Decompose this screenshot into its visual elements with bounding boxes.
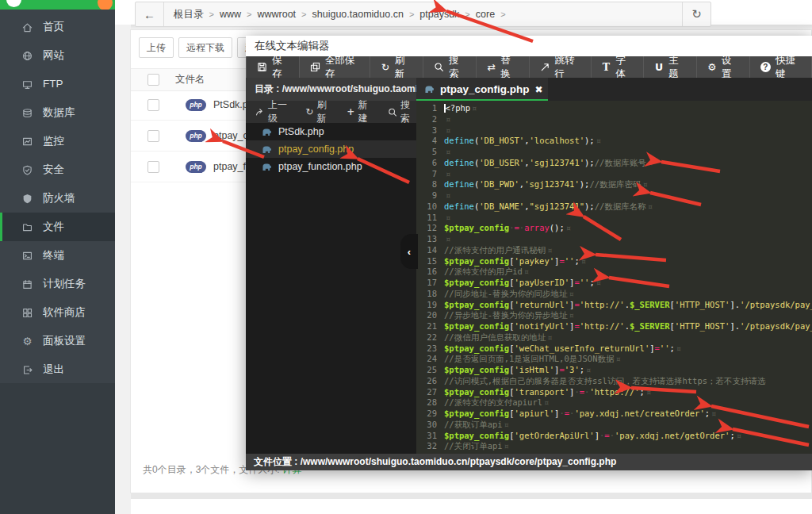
php-file-icon: php [186, 161, 206, 173]
code-line: 14//派特支付的用户通讯秘钥¤ [416, 245, 812, 256]
toolbar-label: 替换 [500, 54, 518, 81]
goto-line-button[interactable]: 跳转行 [530, 56, 592, 78]
code-line: 13¤ [416, 234, 812, 245]
sidebar-item-label: FTP [43, 70, 63, 98]
breadcrumb-separator: > [409, 10, 414, 19]
refresh-button[interactable]: ↻刷新 [370, 56, 423, 78]
terminal-icon [21, 250, 33, 262]
tree-tool-label: 新建 [358, 98, 375, 125]
code-line: 8define('DB_PWD','sgj123741');//数据库密码¤ [416, 179, 812, 190]
breadcrumb-item[interactable]: ptpaysdk [419, 9, 459, 20]
panel-logo-bar [0, 0, 115, 10]
tree-tool-label: 上一级 [268, 98, 293, 125]
sidebar-item-panel-settings[interactable]: ⚙面板设置 [0, 327, 115, 355]
line-number: 4 [416, 136, 444, 147]
settings-icon: ⚙ [707, 62, 717, 72]
font-button[interactable]: T字体 [592, 56, 645, 78]
sidebar-item-security[interactable]: 安全 [0, 155, 115, 184]
remote-download-button[interactable]: 远程下载 [178, 37, 232, 58]
shield-check-icon [21, 164, 33, 176]
sidebar-item-cron[interactable]: 计划任务 [0, 270, 115, 298]
tree-search-button[interactable]: 搜索 [388, 98, 416, 125]
toolbar-label: 保存 [272, 54, 289, 81]
sidebar-item-files[interactable]: 文件 [0, 213, 115, 241]
line-number: 22 [416, 332, 444, 343]
breadcrumb-item[interactable]: 根目录 [174, 8, 204, 21]
sidebar-item-firewall[interactable]: 防火墙 [0, 184, 115, 213]
line-number: 19 [416, 300, 444, 311]
code-editor[interactable]: 1<?php¤2¤3¤4define('DB_HOST','localhost'… [416, 101, 812, 454]
upload-button[interactable]: 上传 [139, 37, 174, 58]
php-file-icon [424, 85, 435, 94]
sidebar-item-appstore[interactable]: 软件商店 [0, 298, 115, 327]
sidebar-item-site[interactable]: 网站 [0, 41, 115, 70]
toolbar-label: 搜索 [449, 54, 465, 81]
code-line: 22//微信用户信息获取的地址¤ [416, 332, 812, 343]
line-number: 10 [416, 201, 444, 213]
code-line: 4define('DB_HOST','localhost');¤ [416, 136, 812, 147]
button-label: 上传 [147, 41, 166, 55]
tree-item-ptpay_config-php[interactable]: ptpay_config.php [246, 140, 416, 158]
tree-up-level-button[interactable]: 上一级 [255, 98, 293, 125]
select-all-checkbox[interactable] [147, 74, 159, 86]
editor-toolbar: 保存全部保存↻刷新搜索⇄替换跳转行T字体U主题⚙设置?快捷键 [246, 56, 812, 78]
tab-ptpay-config[interactable]: ptpay_config.php ✖ [416, 78, 548, 101]
breadcrumb-item[interactable]: wwwroot [257, 9, 296, 20]
toolbar-label: 快捷键 [776, 54, 801, 81]
breadcrumb-item[interactable]: shuiguo.taomiduo.cn [312, 9, 404, 20]
theme-button[interactable]: U主题 [644, 56, 697, 78]
sidebar-item-label: 网站 [43, 41, 64, 70]
sidebar-item-monitor[interactable]: 监控 [0, 127, 115, 155]
line-number: 29 [416, 409, 444, 420]
button-label: 远程下载 [186, 41, 224, 55]
sidebar: 首页网站FTP数据库监控安全防火墙文件终端计划任务软件商店⚙面板设置退出 [0, 0, 115, 514]
code-line: 9¤ [416, 190, 812, 201]
save-button[interactable]: 保存 [246, 56, 300, 78]
save-all-button[interactable]: 全部保存 [300, 56, 370, 78]
sidebar-item-label: 终端 [43, 241, 64, 270]
tab-close-icon[interactable]: ✖ [535, 84, 543, 95]
line-number: 18 [416, 289, 444, 300]
shield-icon [21, 193, 33, 205]
php-file-icon [262, 163, 272, 171]
file-tree-toolbar: 上一级↻刷新+新建搜索 [246, 101, 416, 123]
tree-item-PtSdk-php[interactable]: PtSdk.php [246, 123, 416, 140]
sidebar-bottom-area [0, 383, 115, 514]
code-line: 30//获取订单api¤ [416, 420, 812, 431]
sidebar-item-home[interactable]: 首页 [0, 13, 115, 41]
sidebar-item-logout[interactable]: 退出 [0, 355, 115, 384]
settings-button[interactable]: ⚙设置 [697, 56, 750, 78]
tree-refresh-button[interactable]: ↻刷新 [305, 98, 334, 125]
breadcrumb-item[interactable]: www [220, 9, 241, 20]
search-button[interactable]: 搜索 [423, 56, 477, 78]
row-checkbox[interactable] [147, 99, 159, 111]
breadcrumb-refresh-button[interactable]: ↻ [682, 2, 710, 26]
code-line: 27$ptpay_config['transport']·=·'https://… [416, 387, 812, 398]
sidebar-item-label: 防火墙 [43, 184, 75, 213]
line-number: 23 [416, 343, 444, 355]
back-button[interactable]: ← [136, 2, 164, 26]
tree-new-button[interactable]: +新建 [347, 98, 375, 125]
file-tree: PtSdk.phpptpay_config.phpptpay_function.… [246, 123, 416, 469]
sidebar-item-database[interactable]: 数据库 [0, 98, 115, 127]
replace-icon: ⇄ [487, 62, 496, 72]
folder-icon [21, 221, 33, 233]
row-checkbox[interactable] [147, 161, 159, 173]
tree-item-ptpay_function-php[interactable]: ptpay_function.php [246, 158, 416, 175]
breadcrumb-path: 根目录>www>wwwroot>shuiguo.taomiduo.cn>ptpa… [164, 2, 682, 26]
sidebar-item-terminal[interactable]: 终端 [0, 241, 115, 270]
row-checkbox[interactable] [147, 130, 159, 142]
sidebar-item-ftp[interactable]: FTP [0, 70, 115, 98]
breadcrumb-item[interactable]: core [476, 9, 495, 20]
refresh-icon: ↻ [381, 62, 390, 72]
tree-tool-label: 搜索 [400, 98, 416, 125]
line-number: 7 [416, 169, 444, 180]
code-line: 12$ptpay_config·=·array();¤ [416, 223, 812, 234]
toolbar-label: 全部保存 [325, 54, 359, 81]
replace-button[interactable]: ⇄替换 [477, 56, 530, 78]
line-number: 9 [416, 190, 444, 201]
tree-collapse-handle[interactable]: ‹ [400, 234, 418, 269]
goto-line-icon [540, 62, 550, 72]
hotkeys-button[interactable]: ?快捷键 [750, 56, 812, 78]
font-icon: T [602, 62, 611, 72]
